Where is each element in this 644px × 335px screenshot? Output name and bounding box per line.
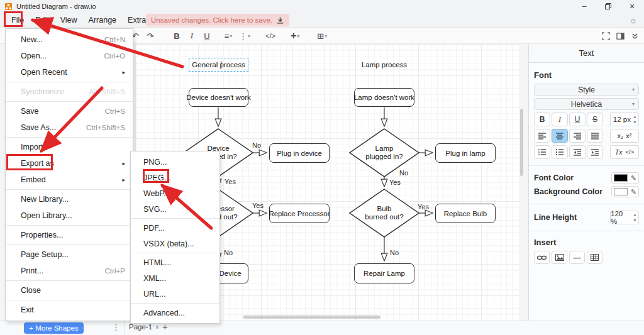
node-lamp-doesnt-work[interactable]: Lamp doesn't work [354,88,414,107]
insert-image-button[interactable] [552,251,567,264]
line-height-value: 120 % [611,210,631,225]
node-repair-lamp[interactable]: Repair Lamp [354,263,414,283]
general-process-title-editing[interactable]: General process [189,58,248,72]
spin-up-icon[interactable]: ▲ [633,212,637,217]
font-color-label: Font Color [534,173,574,182]
file-menu-open-library[interactable]: Open Library... [6,207,133,224]
insert-link-button[interactable] [534,251,550,264]
chevron-down-icon: ▾ [632,101,635,107]
export-html[interactable]: HTML... [131,255,219,270]
redo-button[interactable]: ↷ [144,29,157,43]
restore-icon [605,3,611,9]
font-size-stepper[interactable]: 12 px ▲▼ [610,113,639,126]
insert-table-button[interactable] [587,251,602,264]
file-menu-page-setup[interactable]: Page Setup... [6,246,133,263]
font-family-select[interactable]: Helvetica ▾ [534,98,639,110]
format-panel-toggle-icon[interactable] [616,32,625,40]
file-menu-properties[interactable]: Properties... [6,227,133,243]
indent-button[interactable] [587,145,603,159]
lamp-process-title[interactable]: Lamp process [354,58,414,72]
align-right-button[interactable] [569,129,586,143]
file-menu-save-as[interactable]: Save As...Ctrl+Shift+S [6,119,133,136]
align-center-button[interactable] [552,129,568,143]
menu-arrange[interactable]: Arrange [83,13,122,28]
file-menu-save[interactable]: SaveCtrl+S [6,103,133,119]
font-color-picker[interactable]: ✎ [611,172,639,184]
underline-button[interactable]: U [569,113,586,126]
label-lamp-plugged-in: Lampplugged in? [360,145,408,161]
file-menu-exit[interactable]: Exit [6,302,133,318]
menu-edit[interactable]: Edit [30,13,55,28]
node-plug-in-lamp[interactable]: Plug in lamp [435,143,496,163]
export-png[interactable]: PNG... [131,154,219,170]
export-url[interactable]: URL... [131,286,219,302]
file-menu-new-library[interactable]: New Library... [6,191,133,207]
fullscreen-icon[interactable] [602,32,610,40]
file-menu-embed[interactable]: Embed▸ [6,172,133,188]
table-dropdown[interactable]: ⊞▾ [315,29,329,43]
file-menu-close[interactable]: Close [6,282,133,299]
node-replace-bulb[interactable]: Replace Bulb [435,204,496,223]
close-button[interactable]: × [620,0,644,13]
unsaved-changes-banner[interactable]: Unsaved changes. Click here to save. [146,14,289,26]
style-select-value: Style [578,85,595,94]
page-tab[interactable]: Page-1 ∧ [129,323,159,331]
file-menu-print[interactable]: Print...Ctrl+P [6,263,133,279]
caret-down-icon: ▾ [230,33,232,39]
export-svg[interactable]: SVG... [131,201,219,217]
export-xml[interactable]: XML... [131,270,219,286]
italic-button[interactable]: I [186,29,198,43]
align-left-button[interactable] [534,129,550,143]
align-justify-button[interactable] [587,129,603,143]
html-code-button[interactable]: </> [264,29,277,43]
caret-down-icon: ▾ [325,33,327,39]
export-advanced[interactable]: Advanced... [131,305,219,321]
bold-button[interactable]: B [534,113,550,126]
file-menu-new[interactable]: New...Ctrl+N [6,31,133,48]
export-webp[interactable]: WebP... [131,185,219,201]
font-style-select[interactable]: Style ▾ [534,84,639,96]
strikethrough-button[interactable]: S [587,113,603,126]
format-tab-text[interactable]: Text [529,44,644,63]
insert-dropdown[interactable]: +▾ [289,29,301,43]
node-plug-in-device[interactable]: Plug in device [269,143,330,163]
menu-view[interactable]: View [55,13,83,28]
background-color-picker[interactable]: ✎ [611,186,639,197]
drawio-window: Untitled Diagram - draw.io – × File Edit… [0,0,644,335]
dots-icon: ⋮ [239,31,247,41]
node-replace-processor[interactable]: Replace Processor [269,204,330,223]
italic-button[interactable]: I [552,113,568,126]
font-style-dropdown[interactable]: ⋮▾ [237,29,252,43]
file-menu-open-recent[interactable]: Open Recent▸ [6,64,133,80]
export-vsdx[interactable]: VSDX (beta)... [131,236,219,251]
spin-down-icon[interactable]: ▼ [633,119,637,125]
outdent-button[interactable] [569,145,586,159]
insert-horizontal-rule-button[interactable]: — [569,251,585,264]
more-shapes-button[interactable]: + More Shapes [24,322,84,334]
superscript-button[interactable]: x² [626,132,631,140]
edit-html-button[interactable]: </> [625,148,634,156]
spin-up-icon[interactable]: ▲ [633,114,637,119]
bold-button[interactable]: B [170,29,183,43]
font-section-label: Font [534,70,644,80]
maximize-button[interactable] [596,0,620,13]
subscript-button[interactable]: x₂ [618,132,624,140]
bullet-list-button[interactable] [552,145,568,159]
alignment-dropdown[interactable]: ≡▾ [222,29,235,43]
node-device-doesnt-work[interactable]: Device doesn't work [189,88,248,107]
underline-button[interactable]: U [201,29,213,43]
collapse-chevrons-icon[interactable] [631,32,639,40]
file-menu-import[interactable]: Import [6,139,133,155]
horizontal-scrollbar[interactable] [243,316,380,319]
numbered-list-button[interactable] [534,145,550,159]
file-menu-open[interactable]: Open...Ctrl+O [6,48,133,64]
minimize-button[interactable]: – [572,0,596,13]
export-pdf[interactable]: PDF... [131,220,219,236]
line-height-stepper[interactable]: 120 % ▲▼ [610,211,639,224]
vertical-scrollbar[interactable] [520,109,523,176]
theme-toggle-icon[interactable]: ☼ [626,13,640,27]
drag-handle-dots-icon[interactable]: ⋮ [112,322,120,332]
spin-down-icon[interactable]: ▼ [633,217,637,223]
edge-label-yes: Yes [225,178,236,185]
clear-formatting-button[interactable]: Tx [615,148,623,156]
